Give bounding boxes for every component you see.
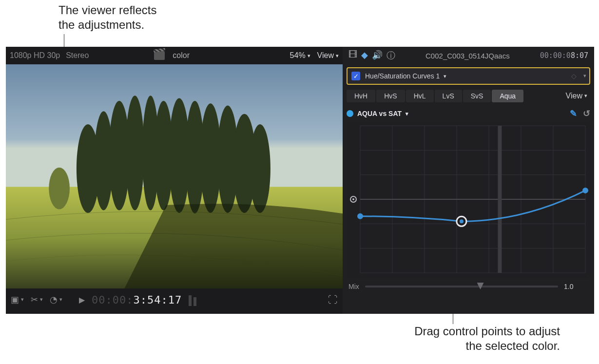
svg-point-33 bbox=[352, 198, 354, 200]
tab-aqua[interactable]: Aqua bbox=[492, 90, 523, 102]
tab-lvs[interactable]: LvS bbox=[435, 90, 462, 102]
svg-point-14 bbox=[49, 168, 70, 210]
layout-menu-icon[interactable]: ▣▾ bbox=[11, 294, 24, 305]
curve-title-menu[interactable]: AQUA vs SAT ▾ bbox=[357, 110, 408, 117]
curve-svg bbox=[347, 122, 590, 278]
inspector-clip-name: C002_C003_0514JQaacs bbox=[400, 52, 535, 60]
chevron-down-icon: ▾ bbox=[444, 73, 446, 79]
mix-value: 1.0 bbox=[564, 283, 588, 290]
preview-image bbox=[6, 64, 343, 288]
curves-view-label: View bbox=[566, 92, 582, 100]
play-button[interactable]: ▶ bbox=[79, 295, 85, 305]
viewer-canvas[interactable] bbox=[6, 64, 343, 288]
retime-menu-icon[interactable]: ◔▾ bbox=[50, 294, 62, 305]
view-label: View bbox=[317, 51, 334, 59]
curve-color-dot bbox=[347, 110, 353, 117]
svg-point-36 bbox=[460, 219, 464, 223]
tab-svs[interactable]: SvS bbox=[463, 90, 491, 102]
viewer-format: 1080p HD 30p bbox=[10, 51, 60, 60]
effect-title[interactable]: Hue/Saturation Curves 1 ▾ bbox=[365, 72, 566, 80]
svg-point-37 bbox=[582, 188, 588, 193]
eyedropper-icon[interactable]: ✎ bbox=[570, 108, 577, 119]
viewer-audio: Stereo bbox=[66, 51, 89, 60]
zoom-menu[interactable]: 54%▾ bbox=[290, 51, 310, 60]
zoom-value: 54% bbox=[290, 51, 306, 59]
callout-viewer-text: The viewer reflects the adjustments. bbox=[58, 3, 156, 31]
callout-curve: Drag control points to adjust the select… bbox=[414, 324, 560, 353]
chevron-down-icon: ▾ bbox=[584, 93, 587, 99]
effect-header[interactable]: ✓ Hue/Saturation Curves 1 ▾ ◇ ▾ bbox=[347, 67, 590, 85]
viewer-topbar: 1080p HD 30p Stereo color 54%▾ View▾ bbox=[6, 47, 343, 64]
viewer-clip-name: color bbox=[173, 51, 190, 60]
tc-dim: 00:00:0 bbox=[540, 51, 571, 60]
color-inspector-icon[interactable]: ◆ bbox=[361, 50, 368, 61]
timecode-dim: 00:00: bbox=[92, 294, 133, 306]
reset-icon[interactable]: ↺ bbox=[583, 108, 590, 119]
svg-point-13 bbox=[250, 124, 271, 213]
info-inspector-icon[interactable]: ⓘ bbox=[386, 50, 395, 61]
callout-curve-text: Drag control points to adjust the select… bbox=[414, 325, 560, 352]
audio-meters bbox=[189, 293, 203, 306]
chevron-down-icon: ▾ bbox=[406, 111, 408, 116]
mix-slider-thumb[interactable] bbox=[477, 283, 484, 289]
svg-point-34 bbox=[357, 213, 363, 219]
curve-header: AQUA vs SAT ▾ ✎ ↺ bbox=[347, 108, 590, 119]
viewer-bottombar: ▣▾ ✂▾ ◔▾ ▶ 00:00:3:54:17 ⛶ bbox=[6, 288, 343, 314]
slate-icon bbox=[154, 51, 165, 60]
effect-enable-checkbox[interactable]: ✓ bbox=[351, 72, 360, 80]
mix-row: Mix 1.0 bbox=[348, 283, 588, 290]
tab-hvh[interactable]: HvH bbox=[347, 90, 375, 102]
video-inspector-icon[interactable]: 🎞 bbox=[348, 50, 357, 61]
curve-editor[interactable] bbox=[347, 122, 590, 278]
curves-view-menu[interactable]: View ▾ bbox=[563, 92, 590, 100]
svg-rect-31 bbox=[498, 126, 502, 273]
fullscreen-icon[interactable]: ⛶ bbox=[328, 294, 338, 306]
inspector-topbar: 🎞 ◆ 🔊 ⓘ C002_C003_0514JQaacs 00:00:08:07 bbox=[343, 47, 594, 64]
curve-title-text: AQUA vs SAT bbox=[357, 110, 402, 117]
keyframe-diamond-icon[interactable]: ◇ bbox=[571, 72, 577, 80]
mix-slider[interactable] bbox=[365, 286, 558, 287]
svg-point-5 bbox=[125, 96, 144, 210]
view-menu[interactable]: View▾ bbox=[317, 51, 339, 60]
app-window: 1080p HD 30p Stereo color 54%▾ View▾ bbox=[6, 47, 594, 314]
callout-viewer: The viewer reflects the adjustments. bbox=[58, 3, 156, 32]
tc-bright: 8:07 bbox=[571, 51, 588, 60]
chevron-down-icon: ▾ bbox=[336, 53, 339, 58]
audio-inspector-icon[interactable]: 🔊 bbox=[372, 50, 383, 61]
chevron-down-icon: ▾ bbox=[308, 53, 310, 58]
transform-tool-icon[interactable]: ✂▾ bbox=[31, 294, 43, 305]
curve-tabs: HvHHvSHvLLvSSvSAqua View ▾ bbox=[347, 89, 590, 103]
tab-hvl[interactable]: HvL bbox=[406, 90, 434, 102]
tab-hvs[interactable]: HvS bbox=[376, 90, 405, 102]
timecode-bright: 3:54:17 bbox=[133, 294, 182, 306]
viewer-pane: 1080p HD 30p Stereo color 54%▾ View▾ bbox=[6, 47, 343, 314]
effect-name: Hue/Saturation Curves 1 bbox=[365, 72, 440, 80]
timecode-display[interactable]: 00:00:3:54:17 bbox=[92, 294, 182, 306]
inspector-pane: 🎞 ◆ 🔊 ⓘ C002_C003_0514JQaacs 00:00:08:07… bbox=[343, 47, 594, 314]
preset-menu-icon[interactable]: ▾ bbox=[583, 73, 586, 79]
mix-label: Mix bbox=[348, 283, 359, 290]
